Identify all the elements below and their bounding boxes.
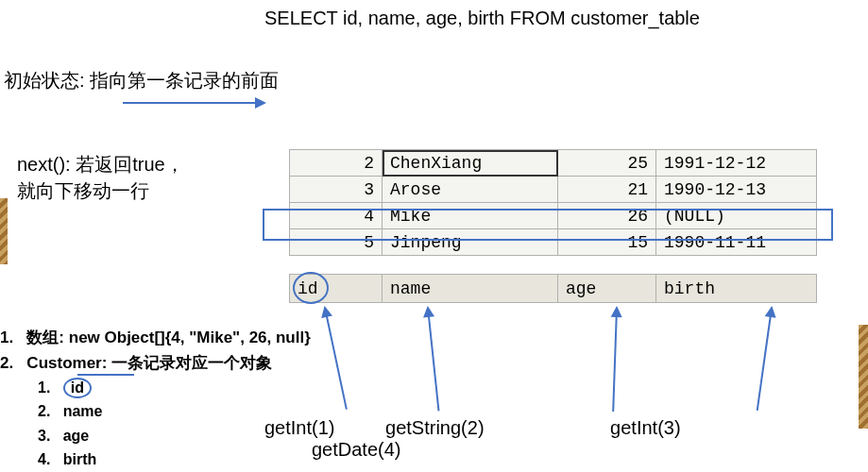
header-age: age xyxy=(558,275,656,303)
table-row: 3 Arose 21 1990-12-13 xyxy=(290,177,817,203)
initial-state-text: 初始状态: 指向第一条记录的前面 xyxy=(4,68,279,93)
decorative-edge-icon xyxy=(859,325,868,429)
connector-line-icon xyxy=(77,374,134,376)
id-circle-icon xyxy=(293,272,329,304)
cell-name: Arose xyxy=(383,177,558,203)
list-item: 2. Customer: 一条记录对应一个对象 xyxy=(0,352,311,376)
list-item-text: 数组: new Object[]{4, "Mike", 26, null} xyxy=(26,329,310,346)
method-getint3: getInt(3) xyxy=(610,417,680,438)
table-row: 2 ChenXiang 25 1991-12-12 xyxy=(290,150,817,177)
arrow-up-icon xyxy=(324,308,348,410)
next-line-2: 就向下移动一行 xyxy=(17,177,184,204)
list-item: 1. 数组: new Object[]{4, "Mike", 26, null} xyxy=(0,327,311,350)
header-name: name xyxy=(383,275,558,303)
cell-birth: 1991-12-12 xyxy=(656,150,817,177)
arrow-up-icon xyxy=(612,308,618,412)
sql-statement: SELECT id, name, age, birth FROM custome… xyxy=(264,8,700,29)
cell-id: 3 xyxy=(290,177,383,203)
method-getstring2: getString(2) xyxy=(385,417,485,438)
sublist-label: age xyxy=(63,428,90,444)
sublist-label: name xyxy=(63,403,103,419)
cell-age: 21 xyxy=(558,177,656,203)
cell-name: ChenXiang xyxy=(383,150,558,177)
header-row: id name age birth xyxy=(290,275,817,303)
header-birth: birth xyxy=(656,275,817,303)
method-labels: getInt(1) getString(2) getInt(3) getDate… xyxy=(264,417,868,461)
cell-age: 25 xyxy=(558,150,656,177)
list-item-text: Customer: 一条记录对应一个对象 xyxy=(26,354,272,372)
arrow-up-icon xyxy=(427,308,439,412)
arrow-initial-icon xyxy=(123,102,264,104)
next-line-1: next(): 若返回true， xyxy=(17,151,184,177)
column-header-table: id name age birth xyxy=(289,274,817,303)
cell-id: 2 xyxy=(290,150,383,177)
decorative-edge-icon xyxy=(0,198,8,264)
method-getdate4: getDate(4) xyxy=(312,439,401,460)
id-circled-icon: id xyxy=(63,378,92,398)
cell-birth: 1990-12-13 xyxy=(656,177,817,203)
current-row-pointer-icon xyxy=(263,209,833,241)
sublist-item: 1. id xyxy=(38,377,311,398)
method-getint1: getInt(1) xyxy=(264,417,334,438)
arrow-up-icon xyxy=(757,308,773,411)
sublist-label: birth xyxy=(63,451,97,467)
next-description: next(): 若返回true， 就向下移动一行 xyxy=(17,151,184,204)
